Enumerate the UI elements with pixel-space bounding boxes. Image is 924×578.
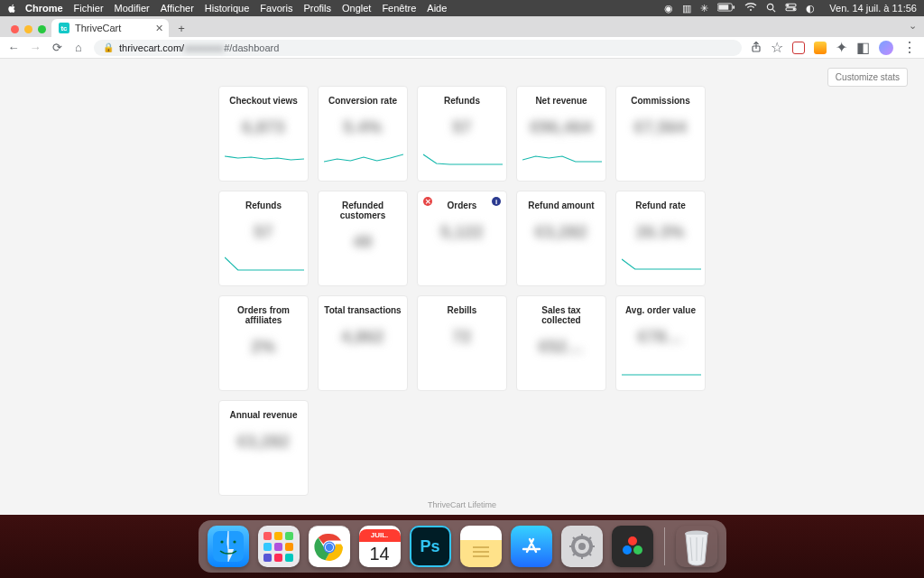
delete-badge-icon[interactable]: ✕ [423, 197, 432, 206]
dock-app-settings[interactable] [561, 526, 603, 567]
menubar-status-icons: ◉ ▥ ✳ ◐ Ven. 14 juil. à 11:56 [664, 3, 917, 14]
tab-favicon-icon: tc [59, 23, 69, 33]
address-bar[interactable]: 🔒 thrivecart.com/xxxxxxxx#/dashboard [94, 40, 742, 56]
menu-edit[interactable]: Modifier [115, 3, 150, 14]
stat-card[interactable]: Sales tax collected€52… [516, 295, 606, 391]
stat-card[interactable]: Refund rate26.3% [615, 191, 706, 286]
record-icon[interactable]: ◉ [664, 3, 673, 14]
dock-app-calendar[interactable]: JUIL. 14 [359, 526, 401, 567]
stat-title: Orders [448, 200, 477, 210]
stat-value: 49 [353, 233, 372, 252]
bluetooth-icon[interactable]: ✳ [700, 3, 708, 14]
stat-value: €7,564 [634, 118, 687, 137]
calendar-day: 14 [369, 544, 389, 564]
stat-card[interactable]: Refunded customers49 [318, 191, 408, 286]
chrome-menu-icon[interactable]: ⋮ [902, 39, 917, 56]
svg-point-33 [623, 545, 632, 555]
dock-trash[interactable] [676, 526, 717, 567]
stat-title: Refunds [444, 96, 480, 106]
info-badge-icon[interactable]: i [492, 197, 501, 206]
chrome-window: tc ThriveCart ✕ + ⌄ ← → ⟳ ⌂ 🔒 thrivecart… [0, 16, 924, 515]
dock-app-notes[interactable] [460, 526, 502, 567]
svg-line-5 [773, 9, 776, 12]
tabstrip-expand-icon[interactable]: ⌄ [909, 20, 917, 32]
search-icon[interactable] [766, 3, 776, 14]
dock: JUIL. 14 Ps [199, 520, 726, 573]
nav-back-button[interactable]: ← [7, 41, 20, 54]
nav-reload-button[interactable]: ⟳ [51, 41, 63, 54]
url-text: thrivecart.com/xxxxxxxx#/dashboard [119, 42, 279, 53]
svg-point-7 [787, 5, 789, 6]
stat-card[interactable]: Checkout views6,873 [218, 86, 309, 182]
window-minimize-icon[interactable] [24, 25, 32, 33]
stat-card[interactable]: Orders from affiliates2% [218, 295, 309, 391]
nav-home-button[interactable]: ⌂ [72, 41, 85, 54]
new-tab-button[interactable]: + [172, 19, 190, 37]
stat-title: Refund amount [528, 200, 594, 210]
nav-forward-button[interactable]: → [29, 41, 42, 54]
sparkline-chart [225, 251, 304, 276]
stat-title: Orders from affiliates [225, 305, 302, 325]
svg-point-34 [633, 545, 642, 555]
window-close-icon[interactable] [11, 25, 19, 33]
svg-point-17 [325, 543, 332, 550]
profile-avatar[interactable] [879, 41, 893, 55]
dock-icon[interactable]: ▥ [682, 3, 691, 14]
wifi-icon[interactable] [744, 3, 757, 14]
dock-app-davinci-resolve[interactable] [612, 526, 653, 567]
dock-app-chrome[interactable] [309, 526, 350, 567]
battery-icon[interactable] [717, 3, 735, 14]
menubar-app-name[interactable]: Chrome [25, 3, 63, 14]
dock-app-appstore[interactable] [511, 526, 552, 567]
stat-card[interactable]: Rebills72 [417, 295, 507, 391]
stat-card[interactable]: Refunds57 [218, 191, 309, 286]
sparkline-chart [324, 146, 403, 172]
menu-file[interactable]: Fichier [74, 3, 104, 14]
stat-card[interactable]: Net revenue€96,464 [516, 86, 606, 182]
apple-menu-icon[interactable] [7, 3, 18, 14]
menu-help[interactable]: Aide [427, 3, 447, 14]
stat-value: 72 [452, 328, 471, 347]
extensions-icon[interactable]: ✦ [836, 39, 847, 56]
window-zoom-icon[interactable] [38, 25, 46, 33]
stat-value: 6,873 [242, 118, 285, 137]
customize-stats-button[interactable]: Customize stats [827, 68, 908, 87]
stat-title: Checkout views [229, 96, 298, 106]
control-center-icon[interactable] [785, 3, 797, 14]
ext-1-icon[interactable] [792, 42, 805, 54]
menu-window[interactable]: Fenêtre [382, 3, 416, 14]
svg-line-28 [573, 537, 576, 540]
stat-card[interactable]: Annual revenue€3,282 [218, 400, 309, 496]
bookmark-icon[interactable]: ☆ [771, 39, 783, 56]
stat-title: Rebills [448, 305, 477, 315]
menu-profiles[interactable]: Profils [303, 3, 331, 14]
stat-card[interactable]: Avg. order value€78… [615, 295, 706, 391]
tab-title: ThriveCart [75, 23, 121, 33]
share-icon[interactable] [751, 40, 762, 56]
stat-card[interactable]: Commissions€7,564 [615, 86, 706, 182]
menubar-clock[interactable]: Ven. 14 juil. à 11:56 [829, 3, 917, 14]
stat-value: 57 [452, 118, 471, 137]
stat-value: €3,282 [237, 433, 290, 452]
dock-app-launchpad[interactable] [258, 526, 300, 567]
ext-2-icon[interactable] [814, 42, 827, 54]
stat-card[interactable]: Total transactions4,862 [318, 295, 408, 391]
stat-value: €96,464 [531, 118, 593, 137]
menu-view[interactable]: Afficher [161, 3, 194, 14]
stat-card[interactable]: Refund amount€3,282 [516, 191, 606, 286]
browser-tab[interactable]: tc ThriveCart ✕ [51, 19, 169, 37]
svg-line-29 [588, 553, 591, 555]
siri-icon[interactable]: ◐ [806, 3, 815, 14]
menu-bookmarks[interactable]: Favoris [260, 3, 292, 14]
dock-app-finder[interactable] [208, 526, 249, 567]
stat-title: Commissions [631, 96, 690, 106]
stat-card[interactable]: Refunds57 [417, 86, 507, 182]
tab-close-icon[interactable]: ✕ [155, 23, 163, 34]
stat-card[interactable]: ✕iOrders5,122 [417, 191, 507, 286]
stat-title: Sales tax collected [522, 305, 600, 325]
stat-card[interactable]: Conversion rate5.4% [318, 86, 408, 182]
menu-history[interactable]: Historique [205, 3, 250, 14]
sidepanel-icon[interactable]: ◧ [856, 39, 870, 56]
menu-tab[interactable]: Onglet [342, 3, 371, 14]
dock-app-photoshop[interactable]: Ps [410, 526, 451, 567]
